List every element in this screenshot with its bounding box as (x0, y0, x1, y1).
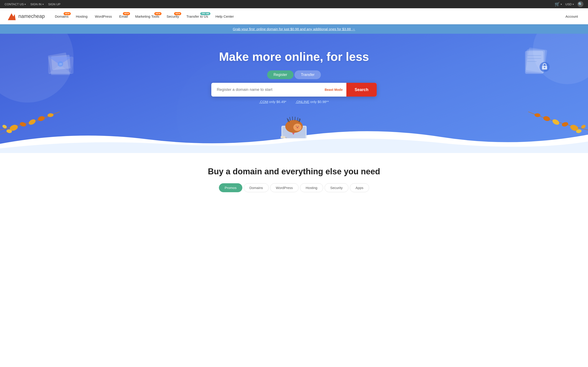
tab-promos[interactable]: Promos (219, 183, 242, 192)
marketing-badge: NEW (154, 12, 162, 15)
security-badge: NEW (174, 12, 181, 15)
com-price: only $6.49* (269, 100, 286, 104)
tab-apps[interactable]: Apps (350, 183, 369, 192)
hedgehog-svg: ♥ (276, 108, 312, 138)
tab-wordpress[interactable]: WordPress (270, 183, 299, 192)
svg-point-43 (296, 127, 298, 128)
contact-us-label: CONTACT US (5, 2, 24, 6)
top-bar-right: 🛒 ▾ USD ▾ 🔍 (555, 1, 583, 7)
currency-label: USD (565, 2, 572, 6)
main-nav: namecheap NEW Domains Hosting WordPress … (0, 8, 588, 24)
tab-hosting[interactable]: Hosting (300, 183, 323, 192)
svg-line-36 (292, 117, 293, 120)
logo-icon (7, 11, 17, 21)
currency-selector[interactable]: USD ▾ (565, 2, 574, 6)
top-bar-left: CONTACT US ▾ SIGN IN ▾ SIGN UP (5, 2, 61, 6)
com-hint: .COM only $6.49* (259, 100, 286, 104)
nav-item-domains[interactable]: NEW Domains (52, 13, 72, 20)
svg-point-26 (543, 115, 551, 122)
transfer-badge: TRY ME (200, 12, 210, 15)
currency-chevron: ▾ (573, 3, 574, 6)
search-button[interactable]: Search (346, 83, 377, 97)
nav-hosting-label: Hosting (76, 15, 87, 18)
contact-us-menu[interactable]: CONTACT US ▾ (5, 2, 26, 6)
logo[interactable]: namecheap (7, 11, 45, 21)
svg-point-23 (561, 122, 569, 127)
svg-text:✉: ✉ (59, 62, 62, 66)
hero-tab-row: Register Transfer (267, 70, 321, 79)
svg-point-28 (534, 113, 540, 117)
com-tld-link[interactable]: .COM (259, 100, 268, 104)
domain-hints: .COM only $6.49* .ONLINE only $0.98** (259, 100, 329, 104)
nav-item-helpcenter[interactable]: Help Center (212, 13, 237, 20)
online-price: only $0.98** (310, 100, 329, 104)
email-badge: NEW (123, 12, 130, 15)
domains-badge: NEW (64, 12, 71, 15)
svg-point-17 (28, 118, 36, 126)
vines-right (524, 89, 588, 135)
cart-icon: 🛒 (555, 2, 560, 7)
nav-items: NEW Domains Hosting WordPress NEW Email … (52, 13, 581, 20)
sign-in-label: SIGN IN (30, 2, 41, 6)
online-tld-link[interactable]: .ONLINE (296, 100, 309, 104)
envelope-illustration: ✉ (47, 52, 75, 75)
hedgehog-illustration: ♥ (276, 108, 312, 139)
hero-title: Make more online, for less (219, 50, 369, 64)
nav-item-security[interactable]: NEW Security (163, 13, 182, 20)
nav-helpcenter-label: Help Center (216, 15, 234, 18)
transfer-tab[interactable]: Transfer (294, 70, 321, 79)
tab-domains[interactable]: Domains (244, 183, 269, 192)
nav-item-wordpress[interactable]: WordPress (92, 13, 115, 20)
svg-line-37 (295, 117, 295, 120)
svg-line-34 (287, 118, 288, 122)
online-hint: .ONLINE only $0.98** (296, 100, 329, 104)
document-illustration (523, 48, 553, 75)
nav-item-hosting[interactable]: Hosting (73, 13, 91, 20)
sign-up-label: SIGN UP (48, 2, 61, 6)
search-label: Search (355, 87, 368, 92)
search-bar: Beast Mode Search (211, 83, 377, 97)
top-bar: CONTACT US ▾ SIGN IN ▾ SIGN UP 🛒 ▾ USD ▾… (0, 0, 588, 8)
promo-link[interactable]: Grab your first .online domain for just … (233, 27, 355, 31)
beast-mode-button[interactable]: Beast Mode (321, 88, 346, 92)
svg-rect-8 (525, 51, 544, 74)
cart-button[interactable]: 🛒 ▾ (555, 2, 562, 7)
logo-text: namecheap (18, 13, 45, 19)
beast-mode-label: Beast Mode (325, 88, 343, 92)
sign-in-menu[interactable]: SIGN IN ▾ (30, 2, 43, 6)
nav-wordpress-label: WordPress (95, 15, 112, 18)
hero-section: ✉ Make more online, f (0, 34, 588, 153)
svg-point-21 (47, 113, 53, 117)
nav-item-transfer[interactable]: TRY ME Transfer to Us (183, 13, 211, 20)
svg-rect-44 (281, 136, 285, 138)
domain-search-input[interactable] (211, 83, 321, 96)
nav-account-label: Account (565, 15, 578, 18)
sign-up-link[interactable]: SIGN UP (48, 2, 61, 6)
contact-us-chevron: ▾ (25, 3, 26, 6)
search-icon[interactable]: 🔍 (578, 1, 583, 7)
vines-left (0, 89, 64, 135)
register-tab[interactable]: Register (267, 70, 294, 79)
sign-in-chevron: ▾ (43, 3, 44, 6)
promo-text: Grab your first .online domain for just … (233, 27, 355, 31)
bottom-tabs: Promos Domains WordPress Hosting Securit… (9, 183, 579, 192)
below-hero: Buy a domain and everything else you nee… (0, 153, 588, 197)
svg-line-35 (290, 117, 290, 121)
nav-item-email[interactable]: NEW Email (116, 13, 131, 20)
promo-banner: Grab your first .online domain for just … (0, 24, 588, 34)
tab-security[interactable]: Security (325, 183, 348, 192)
svg-point-24 (552, 118, 560, 126)
section-title: Buy a domain and everything else you nee… (9, 167, 579, 176)
nav-item-account[interactable]: Account (562, 13, 581, 20)
nav-item-marketing[interactable]: NEW Marketing Tools (132, 13, 162, 20)
cart-chevron: ▾ (561, 3, 562, 6)
svg-point-14 (544, 67, 545, 68)
